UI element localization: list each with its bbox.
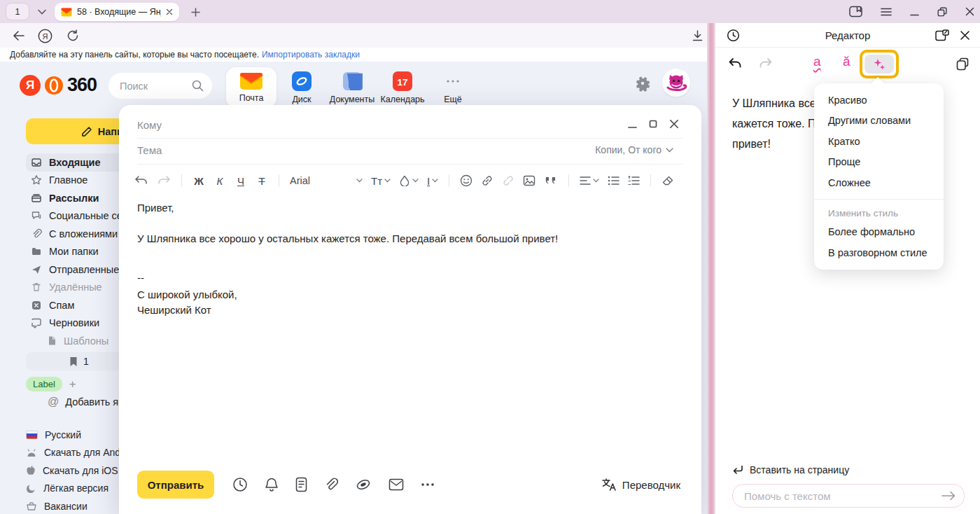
italic-button[interactable]: К: [214, 175, 226, 187]
sidebar-item-label: Черновики: [49, 317, 99, 328]
tab-counter-badge[interactable]: 1: [6, 3, 29, 20]
add-label-button[interactable]: +: [69, 377, 76, 391]
close-panel-icon[interactable]: [960, 30, 970, 41]
menu-item-conversational[interactable]: В разговорном стиле: [814, 242, 944, 263]
compose-close-icon[interactable]: [669, 119, 679, 129]
fill-color-select[interactable]: [399, 175, 419, 186]
editor-side-panel: Редактор a ӑ У Шляпника все хорошо у ост…: [715, 23, 980, 514]
quote-icon[interactable]: [544, 175, 558, 186]
strikethrough-button[interactable]: Т: [255, 175, 268, 187]
more-options-icon[interactable]: [421, 482, 435, 487]
email-body-line[interactable]: Привет,: [137, 202, 174, 214]
back-button[interactable]: [10, 27, 27, 44]
remove-link-icon[interactable]: [502, 174, 514, 187]
downloads-button[interactable]: [689, 27, 706, 44]
undo-icon[interactable]: [134, 175, 148, 186]
redo-icon[interactable]: [157, 175, 171, 186]
email-body-line[interactable]: У Шляпника все хорошо у остальных кажетс…: [137, 232, 558, 244]
app-disk[interactable]: Диск: [276, 67, 327, 108]
attach-from-disk-icon[interactable]: [355, 477, 372, 492]
menu-item-shorten[interactable]: Кратко: [814, 131, 944, 152]
search-input[interactable]: [120, 81, 183, 92]
app-mail[interactable]: Почта: [226, 67, 276, 108]
attach-file-icon[interactable]: [324, 477, 338, 492]
search-box[interactable]: [108, 73, 212, 99]
email-body-line[interactable]: --: [137, 272, 144, 284]
compose-minimize-icon[interactable]: [628, 120, 637, 129]
new-tab-button[interactable]: [186, 4, 204, 20]
reminder-bell-icon[interactable]: [265, 477, 279, 492]
bullet-list-icon[interactable]: [608, 176, 620, 186]
notes-icon[interactable]: [295, 477, 307, 492]
tab-list-chevron-button[interactable]: [32, 3, 52, 20]
underline-button[interactable]: Ч: [234, 175, 247, 187]
insert-link-icon[interactable]: [481, 174, 493, 187]
numbered-list-icon[interactable]: [628, 176, 640, 186]
footer-link-label: Вакансии: [44, 501, 88, 512]
history-icon[interactable]: [727, 29, 740, 42]
menu-item-complexify[interactable]: Сложнее: [814, 172, 944, 193]
menu-item-beautify[interactable]: Красиво: [814, 90, 944, 111]
trash-icon: [31, 282, 42, 293]
cheshire-cat-avatar-icon: [662, 69, 690, 97]
restore-window-icon[interactable]: [937, 7, 947, 17]
menu-item-more-formal[interactable]: Более формально: [814, 222, 944, 243]
tab-close-icon[interactable]: [166, 8, 173, 15]
sidebar-item-label: Мои папки: [49, 246, 99, 257]
send-button[interactable]: Отправить: [137, 471, 214, 499]
rephrase-icon[interactable]: ӑ: [843, 54, 850, 69]
bold-button[interactable]: Ж: [192, 175, 205, 187]
insert-to-page-button[interactable]: Вставить на страницу: [732, 464, 849, 475]
text-color-select[interactable]: I: [427, 175, 438, 187]
subject-field[interactable]: Тема: [137, 144, 162, 156]
ai-assist-button[interactable]: [864, 55, 894, 74]
app-documents[interactable]: Документы: [327, 67, 377, 108]
sidebar-panels-icon[interactable]: [849, 6, 862, 18]
email-body-line[interactable]: Чеширский Кот: [137, 304, 211, 316]
drafts-icon: [31, 317, 42, 328]
menu-hamburger-icon[interactable]: [881, 8, 892, 16]
footer-link-label: Русский: [45, 429, 81, 440]
label-chip[interactable]: Label: [26, 377, 62, 391]
font-family-select[interactable]: Arial: [290, 175, 363, 186]
insert-image-icon[interactable]: [523, 174, 536, 187]
copy-icon[interactable]: [956, 57, 969, 71]
undo-icon[interactable]: [728, 57, 742, 70]
translator-button[interactable]: Переводчик: [601, 478, 680, 492]
compose-maximize-icon[interactable]: [649, 120, 657, 128]
emoji-icon[interactable]: [460, 174, 472, 187]
browser-nav-row: Я mail.yandex.ru 58 · Входящие — Яндекс …: [0, 23, 708, 48]
return-arrow-icon: [732, 465, 743, 475]
spellcheck-icon[interactable]: a: [813, 54, 821, 69]
import-bookmarks-link[interactable]: Импортировать закладки: [262, 50, 360, 60]
schedule-send-icon[interactable]: [232, 477, 248, 492]
yandex-home-button[interactable]: Я: [36, 27, 53, 44]
align-select[interactable]: [580, 176, 599, 186]
reload-button[interactable]: [64, 27, 81, 44]
eraser-icon[interactable]: [662, 175, 674, 186]
minimize-window-icon[interactable]: [910, 8, 919, 16]
menu-item-simplify[interactable]: Проще: [814, 152, 944, 173]
redo-icon[interactable]: [759, 57, 773, 70]
calendar-badge: 17: [397, 77, 407, 88]
ai-helper-input[interactable]: [744, 490, 941, 502]
yandex-360-logo[interactable]: Я 360: [20, 74, 97, 96]
app-calendar[interactable]: 17 Календарь: [377, 67, 428, 108]
browser-tab-active[interactable]: 58 · Входящие — Яндек: [55, 3, 179, 21]
cc-from-toggle[interactable]: Копии, От кого: [595, 144, 673, 155]
menu-item-rephrase[interactable]: Другими словами: [814, 111, 944, 132]
to-field[interactable]: Кому: [137, 119, 162, 131]
open-in-window-icon[interactable]: [935, 29, 949, 41]
user-avatar[interactable]: [662, 69, 690, 97]
sidebar-item-label: Входящие: [49, 157, 101, 168]
font-size-select[interactable]: Tт: [371, 175, 391, 187]
email-body-line[interactable]: С широкой улыбкой,: [137, 289, 237, 300]
app-more[interactable]: Ещё: [428, 67, 478, 108]
app-disk-label: Диск: [292, 95, 311, 104]
close-window-icon[interactable]: [965, 7, 974, 16]
settings-button[interactable]: [634, 74, 652, 92]
chevron-down-icon: [412, 179, 419, 183]
message-template-icon[interactable]: [388, 478, 404, 491]
reload-icon: [66, 29, 79, 42]
submit-arrow-icon[interactable]: [941, 491, 955, 501]
